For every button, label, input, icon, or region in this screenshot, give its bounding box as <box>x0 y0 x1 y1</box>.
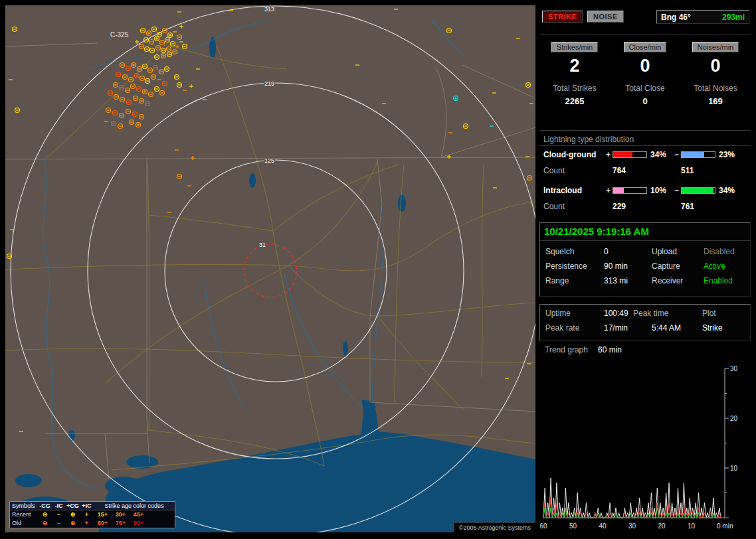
cg-minus-bar <box>681 151 715 158</box>
trend-series-strikes <box>543 478 721 518</box>
count-label: Count <box>543 166 565 175</box>
age-60: 60+ <box>94 519 112 528</box>
noises-per-min-header[interactable]: Noises/min <box>692 42 739 52</box>
persistence-label: Persistence <box>545 262 587 271</box>
range-ring-label: 313 <box>264 6 274 13</box>
peak-time-label: Peak time <box>633 309 668 318</box>
x-tick-label: 0 min <box>717 522 733 530</box>
ic-plus-pct: 10% <box>650 186 666 195</box>
cg-minus-count: 511 <box>681 166 694 175</box>
divider <box>539 130 751 131</box>
copyright: ©2005 Astrogenic Systems <box>454 522 535 532</box>
bearing-display: Bng 46° 293mi <box>656 10 749 24</box>
plus-icon: + <box>80 519 94 528</box>
ic-minus-pct: 34% <box>719 186 735 195</box>
upload-status: Disabled <box>704 247 735 256</box>
rate-counters: Strikes/min 2 Total Strikes 2265 Close/m… <box>539 42 751 106</box>
range-ring-label: 125 <box>264 157 274 164</box>
capture-label: Capture <box>652 262 680 271</box>
stats-row: Uptime 100:49 Peak time Plot <box>540 309 750 321</box>
strikes-per-min-value: 2 <box>539 56 610 76</box>
circle-minus-icon: ⊖ <box>38 519 52 528</box>
cloud-ground-label: Cloud-ground <box>543 150 596 159</box>
circle-plus-icon: ⊕ <box>66 519 80 528</box>
intracloud-row: Intracloud + 10% − 34% <box>539 186 751 196</box>
upload-label: Upload <box>652 247 677 256</box>
circle-plus-icon: ⊕ <box>66 510 80 519</box>
range-ring-label: 219 <box>264 80 274 87</box>
settings-row: Squelch 0 Upload Disabled <box>540 247 750 259</box>
stats-row: Peak rate 17/min 5:44 AM Strike <box>540 323 750 335</box>
total-noises-value: 169 <box>680 96 751 106</box>
ic-plus-count: 229 <box>613 202 626 211</box>
total-noises-label: Total Noises <box>680 84 751 93</box>
plot-label: Plot <box>702 309 716 318</box>
plus-icon: + <box>80 510 94 519</box>
legend-col-nic: -IC <box>52 502 66 510</box>
peak-time-value: 5:44 AM <box>652 323 681 333</box>
legend-col-pcg: +CG <box>66 502 80 510</box>
uptime-label: Uptime <box>545 309 571 318</box>
plus-sign: + <box>606 186 611 195</box>
age-15: 15+ <box>94 510 112 519</box>
intracloud-count-row: Count 229 761 <box>539 202 751 212</box>
stats-box: Uptime 100:49 Peak time Plot Peak rate 1… <box>539 304 751 341</box>
age-30: 30+ <box>112 510 130 519</box>
capture-status: Active <box>704 262 725 271</box>
y-tick-label: 20 <box>730 415 738 422</box>
legend-col-pic: +IC <box>80 502 94 510</box>
squelch-value: 0 <box>604 247 609 256</box>
receiver-label: Receiver <box>652 276 683 285</box>
cg-plus-pct: 34% <box>650 150 666 159</box>
strikes-per-min-column: Strikes/min 2 Total Strikes 2265 <box>539 42 610 106</box>
close-per-min-value: 0 <box>610 56 680 76</box>
receiver-status: Enabled <box>704 276 733 285</box>
distribution-title: Lightning type distribution <box>543 135 634 144</box>
minus-icon: − <box>52 510 66 519</box>
x-tick-label: 60 <box>539 522 547 530</box>
legend-symbols-label: Symbols <box>10 502 38 510</box>
squelch-label: Squelch <box>545 247 574 256</box>
bearing-value: Bng 46° <box>661 13 691 22</box>
close-per-min-header[interactable]: Close/min <box>624 42 667 52</box>
strikes-per-min-header[interactable]: Strikes/min <box>551 42 598 52</box>
plus-sign: + <box>606 150 611 159</box>
datetime: 10/21/2025 9:19:16 AM <box>544 226 649 237</box>
intracloud-label: Intracloud <box>543 186 582 195</box>
ic-plus-bar <box>613 187 647 194</box>
map-legend: Symbols -CG -IC +CG +IC Strike age color… <box>9 501 175 528</box>
count-label: Count <box>543 202 565 211</box>
noises-per-min-value: 0 <box>680 56 751 76</box>
legend-age-title: Strike age color codes <box>94 502 175 510</box>
peak-rate-value: 17/min <box>604 323 628 333</box>
minus-icon: − <box>52 519 66 528</box>
noise-indicator-button[interactable]: NOISE <box>587 11 624 23</box>
age-90: 90+ <box>130 519 147 528</box>
trend-chart: 1020306050403020100 min <box>539 357 751 534</box>
trend-graph-label: Trend graph <box>545 345 588 354</box>
uptime-value: 100:49 <box>604 309 628 318</box>
x-tick-label: 10 <box>688 522 696 530</box>
cg-plus-bar <box>613 151 647 158</box>
plot-value: Strike <box>702 323 723 333</box>
divider <box>540 240 750 241</box>
radar-map[interactable]: 31321912531C-325 Symbols -CG -IC +CG +IC… <box>5 5 535 532</box>
cluster-label: C-325 <box>110 31 129 38</box>
noises-per-min-column: Noises/min 0 Total Noises 169 <box>680 42 751 106</box>
age-75: 75+ <box>112 519 130 528</box>
divider <box>539 145 751 146</box>
x-tick-label: 30 <box>628 522 636 530</box>
x-tick-label: 50 <box>569 522 577 530</box>
total-strikes-label: Total Strikes <box>539 84 610 93</box>
cloud-ground-row: Cloud-ground + 34% − 23% <box>539 150 751 161</box>
persistence-value: 90 min <box>604 262 628 271</box>
strike-indicator-button[interactable]: STRIKE <box>542 11 583 23</box>
legend-col-ncg: -CG <box>38 502 52 510</box>
legend-recent-label: Recent <box>10 510 38 519</box>
legend-old-label: Old <box>10 519 38 528</box>
cloud-ground-count-row: Count 764 511 <box>539 166 751 177</box>
settings-row: Range 313 mi Receiver Enabled <box>540 276 750 288</box>
close-per-min-column: Close/min 0 Total Close 0 <box>610 42 680 106</box>
trend-window-value: 60 min <box>598 345 622 354</box>
status-panel: STRIKE NOISE Bng 46° 293mi Strikes/min 2… <box>539 5 752 534</box>
